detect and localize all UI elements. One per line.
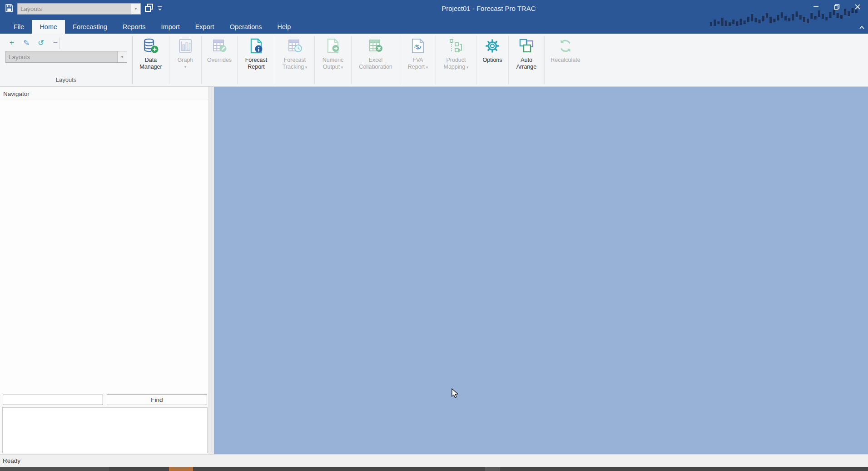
layouts-quick-combo-value: Layouts [18,5,42,12]
navigator-panel: Navigator Find [0,87,208,454]
ribbon-group-label: Layouts [0,76,132,83]
window-controls [805,0,868,14]
ribbon-button-auto-arrange[interactable]: AutoArrange [509,34,544,86]
refresh-icon [557,37,574,55]
ribbon-button-data-manager[interactable]: DataManager [133,34,169,86]
ribbon-button-label: Tracking ▾ [283,64,308,71]
ribbon-button-label: Manager [139,64,162,70]
taskbar-segment [169,467,193,471]
ribbon-button-product-mapping: ProductMapping ▾ [436,34,476,86]
layouts-quick-combo: Layouts ▾ [17,3,141,15]
taskbar-segment [0,467,109,471]
ribbon-button-overrides: Overrides [202,34,237,86]
ribbon-button-excel-collaboration: ExcelCollaboration [352,34,400,86]
mouse-cursor-icon [451,388,459,399]
doc-currency-icon: $ [409,37,427,55]
ribbon-button-label: Product [446,57,466,64]
ribbon-button-numeric-output: NumericOutput ▾ [315,34,351,86]
ribbon-button-forecast-tracking: ForecastTracking ▾ [275,34,314,86]
status-text: Ready [3,457,20,464]
tab-forecasting[interactable]: Forecasting [65,20,115,34]
chevron-down-icon: ▾ [131,4,140,14]
ribbon-button-label: Forecast [284,57,306,64]
divider [60,38,60,49]
tab-export[interactable]: Export [188,20,222,34]
find-row: Find [0,393,208,407]
table-edit-icon [211,37,228,55]
window-switch-icon[interactable] [144,3,154,15]
table-excel-icon [367,37,384,55]
undo-layout-button[interactable]: ↺ [36,38,46,48]
navigator-tree[interactable] [0,100,208,393]
layouts-combo-value: Layouts [6,54,30,60]
remove-layout-button[interactable]: − [50,38,60,48]
ribbon-button-forecast-report[interactable]: ForecastReport [238,34,275,86]
ribbon-button-label: Options [482,57,502,64]
bar-chart-icon [177,37,194,55]
save-icon[interactable] [5,3,14,15]
chevron-down-icon: ▾ [184,64,187,70]
chevron-down-icon: ▾ [425,65,428,70]
add-layout-button[interactable]: + [7,38,17,48]
tab-reports[interactable]: Reports [115,20,154,34]
ribbon-button-label: Forecast [245,57,268,64]
ribbon-button-label: Numeric [322,57,344,64]
tab-help[interactable]: Help [270,20,299,34]
qat-customize-icon[interactable] [157,5,163,13]
restore-icon [834,4,840,10]
ribbon-button-label: Report ▾ [408,64,428,71]
window-title: Project01 - Forecast Pro TRAC [441,5,536,12]
canvas [214,87,868,454]
chevron-down-icon: ▾ [340,65,343,70]
tab-operations[interactable]: Operations [222,20,270,34]
close-button[interactable] [847,0,868,14]
tab-file[interactable]: File [6,20,32,34]
find-input[interactable] [3,395,103,405]
edit-layout-button[interactable]: ✎ [21,38,31,48]
status-bar: Ready [0,454,868,467]
database-add-icon [142,37,159,55]
chevron-down-icon: ▾ [465,65,468,70]
ribbon-collapse-button[interactable] [859,23,865,31]
ribbon-button-label: Overrides [207,57,232,64]
tab-import[interactable]: Import [154,20,188,34]
layouts-combo: Layouts ▾ [5,51,127,63]
ribbon-button-label: FVA [412,57,423,64]
ribbon-button-label: Collaboration [359,64,392,70]
window-arrange-icon [518,37,535,55]
ribbon-button-label: Graph [178,57,193,64]
quick-access-toolbar: Layouts ▾ [0,3,163,15]
taskbar-strip [0,467,868,471]
ribbon-button-recalculate: Recalculate [545,34,586,86]
ribbon-button-label: Auto [521,57,532,64]
panel-splitter[interactable] [208,87,214,454]
ribbon-button-options[interactable]: Options [476,34,508,86]
ribbon-button-fva-report: $FVAReport ▾ [400,34,436,86]
ribbon-buttons: DataManagerGraph▾OverridesForecastReport… [133,34,586,86]
app-window: Layouts ▾ Project01 - Forecast Pro TRAC [0,0,868,471]
navigator-title: Navigator [0,87,208,100]
chevron-down-icon: ▾ [304,65,307,70]
window-header: Layouts ▾ Project01 - Forecast Pro TRAC [0,0,868,34]
ribbon: +✎↺− Layouts ▾ Layouts DataManagerGraph▾… [0,34,868,87]
layout-tools: +✎↺− [0,34,132,48]
restore-button[interactable] [826,0,847,14]
main-content: Navigator Find [0,87,868,454]
doc-arrow-icon [324,37,342,55]
find-button[interactable]: Find [107,394,207,405]
table-clock-icon [286,37,303,55]
minimize-icon [813,6,818,7]
ribbon-button-label: Data [145,57,157,64]
ribbon-button-label: Recalculate [551,57,580,64]
chevron-down-icon: ▾ [117,51,127,62]
ribbon-button-label: Arrange [516,64,536,70]
minimize-button[interactable] [805,0,826,14]
ribbon-button-label: Mapping ▾ [444,64,469,71]
navigator-results-list[interactable] [2,407,208,453]
tab-home[interactable]: Home [32,20,65,34]
chevron-up-icon [859,25,865,29]
ribbon-group-layouts: +✎↺− Layouts ▾ Layouts [0,34,132,86]
hierarchy-icon [447,37,465,55]
ribbon-button-label: Excel [369,57,383,64]
ribbon-button-label: Output ▾ [323,64,343,71]
